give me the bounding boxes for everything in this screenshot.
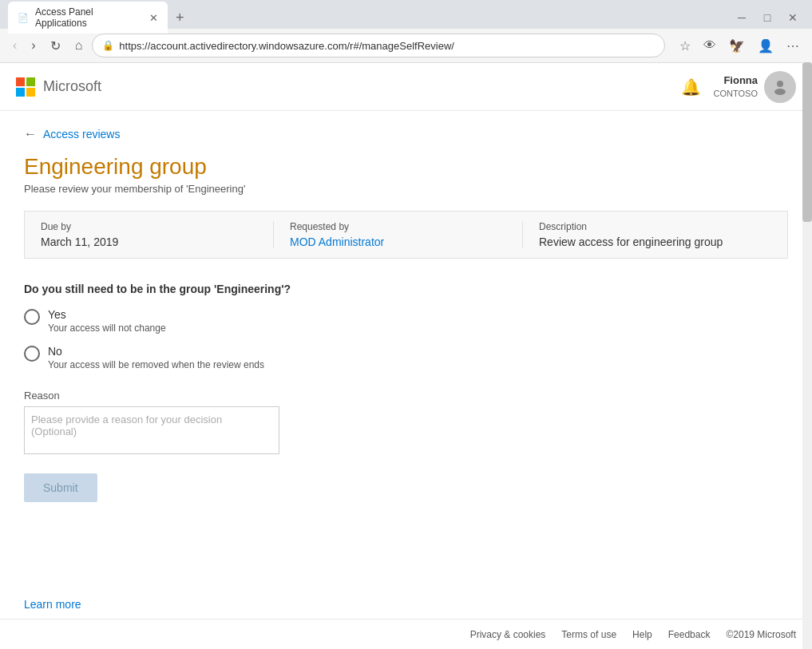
ms-square-green — [26, 77, 35, 86]
question-suffix: ? — [284, 283, 291, 295]
extensions-button[interactable]: 🦅 — [724, 35, 750, 57]
due-by-label: Due by — [41, 221, 257, 232]
close-button[interactable]: ✕ — [782, 9, 804, 26]
radio-button-no[interactable] — [24, 346, 40, 362]
footer-help[interactable]: Help — [632, 629, 652, 640]
page: Microsoft 🔔 Fionna CONTOSO ← Access revi… — [0, 63, 812, 649]
tab-page-icon: 📄 — [18, 13, 29, 23]
radio-label-yes: Yes Your access will not change — [48, 308, 166, 334]
question-group-name: 'Engineering' — [214, 283, 284, 295]
reason-label: Reason — [24, 390, 788, 402]
ms-square-red — [16, 77, 25, 86]
back-arrow-icon: ← — [24, 127, 37, 141]
radio-button-yes[interactable] — [24, 309, 40, 325]
refresh-button[interactable]: ↻ — [46, 35, 65, 57]
radio-item-no: No Your access will be removed when the … — [24, 345, 788, 370]
description-value: Review access for engineering group — [539, 235, 755, 248]
ms-squares-icon — [16, 77, 35, 97]
page-title: Engineering group — [24, 154, 788, 180]
footer-terms[interactable]: Terms of use — [561, 629, 616, 640]
radio-title-yes: Yes — [48, 308, 166, 321]
top-nav: Microsoft 🔔 Fionna CONTOSO — [0, 63, 812, 111]
user-name: Fionna — [714, 74, 758, 88]
ms-square-yellow — [26, 88, 35, 97]
question-prefix: Do you still need to be in the group — [24, 283, 214, 295]
info-divider-2 — [522, 221, 523, 248]
main-content: ← Access reviews Engineering group Pleas… — [0, 111, 812, 582]
footer: Privacy & cookies Terms of use Help Feed… — [0, 619, 812, 649]
user-info[interactable]: Fionna CONTOSO — [714, 71, 796, 103]
lock-icon: 🔒 — [102, 40, 114, 51]
scrollbar-thumb[interactable] — [802, 62, 812, 222]
footer-privacy[interactable]: Privacy & cookies — [470, 629, 546, 640]
url-text: https://account.activedirectory.windowsa… — [119, 40, 655, 52]
tab-close-button[interactable]: ✕ — [149, 12, 158, 24]
requested-by-item: Requested by MOD Administrator — [290, 221, 522, 248]
footer-copyright: ©2019 Microsoft — [726, 629, 796, 640]
requested-by-value[interactable]: MOD Administrator — [290, 235, 506, 248]
forward-button[interactable]: › — [26, 35, 40, 56]
radio-desc-no: Your access will be removed when the rev… — [48, 359, 264, 370]
user-company: CONTOSO — [714, 88, 758, 99]
favorites-button[interactable]: ☆ — [675, 35, 695, 57]
back-button[interactable]: ‹ — [8, 35, 22, 56]
svg-point-1 — [774, 89, 786, 95]
browser-chrome: 📄 Access Panel Applications ✕ + ─ □ ✕ ‹ … — [0, 0, 812, 63]
radio-desc-yes: Your access will not change — [48, 323, 166, 334]
top-nav-right: 🔔 Fionna CONTOSO — [681, 71, 796, 103]
footer-feedback[interactable]: Feedback — [668, 629, 711, 640]
user-names: Fionna CONTOSO — [714, 74, 758, 99]
notification-bell-icon[interactable]: 🔔 — [681, 77, 701, 97]
requested-by-label: Requested by — [290, 221, 506, 232]
reason-textarea[interactable] — [24, 406, 279, 454]
radio-item-yes: Yes Your access will not change — [24, 308, 788, 334]
home-button[interactable]: ⌂ — [70, 35, 88, 56]
due-by-item: Due by March 11, 2019 — [41, 221, 273, 248]
menu-button[interactable]: ⋯ — [782, 35, 804, 57]
breadcrumb[interactable]: ← Access reviews — [24, 127, 788, 141]
radio-label-no: No Your access will be removed when the … — [48, 345, 264, 370]
submit-button[interactable]: Submit — [24, 473, 97, 502]
new-tab-button[interactable]: + — [171, 9, 189, 26]
ms-square-blue — [16, 88, 25, 97]
tab-title: Access Panel Applications — [35, 6, 140, 29]
radio-group: Yes Your access will not change No Your … — [24, 308, 788, 370]
info-divider-1 — [273, 221, 274, 248]
learn-more-section: Learn more — [0, 582, 812, 619]
info-bar: Due by March 11, 2019 Requested by MOD A… — [24, 211, 788, 259]
restore-button[interactable]: □ — [756, 9, 778, 26]
title-bar: 📄 Access Panel Applications ✕ + ─ □ ✕ — [0, 0, 812, 29]
description-label: Description — [539, 221, 755, 232]
page-subtitle: Please review your membership of 'Engine… — [24, 183, 788, 195]
description-item: Description Review access for engineerin… — [539, 221, 771, 248]
svg-point-0 — [777, 81, 783, 87]
active-tab[interactable]: 📄 Access Panel Applications ✕ — [8, 2, 168, 34]
learn-more-link[interactable]: Learn more — [24, 598, 81, 611]
microsoft-logo: Microsoft — [16, 77, 101, 97]
url-bar[interactable]: 🔒 https://account.activedirectory.window… — [92, 34, 665, 57]
read-aloud-button[interactable]: 👁 — [699, 35, 721, 56]
question-text: Do you still need to be in the group 'En… — [24, 283, 788, 295]
avatar[interactable] — [764, 71, 796, 103]
due-by-value: March 11, 2019 — [41, 235, 257, 248]
minimize-button[interactable]: ─ — [731, 9, 753, 26]
radio-title-no: No — [48, 345, 264, 358]
toolbar-icons: ☆ 👁 🦅 👤 ⋯ — [675, 35, 804, 57]
profile-button[interactable]: 👤 — [753, 35, 778, 57]
address-bar: ‹ › ↻ ⌂ 🔒 https://account.activedirector… — [0, 29, 812, 62]
microsoft-label: Microsoft — [43, 78, 101, 95]
window-controls: ─ □ ✕ — [731, 9, 804, 26]
breadcrumb-label: Access reviews — [43, 128, 120, 140]
